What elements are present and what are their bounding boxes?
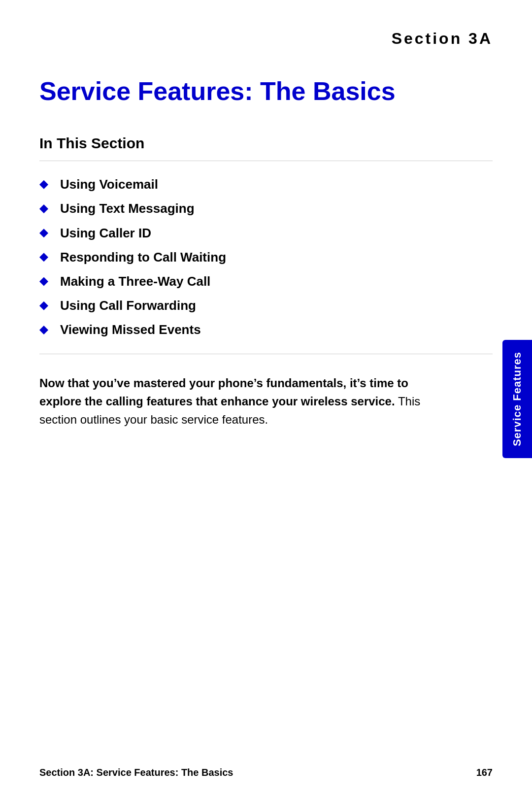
list-item: Making a Three-Way Call: [39, 274, 493, 289]
footer-left-text: Section 3A: Service Features: The Basics: [39, 767, 233, 778]
footer-page-number: 167: [476, 767, 493, 778]
footer: Section 3A: Service Features: The Basics…: [39, 767, 493, 778]
toc-item-label: Using Text Messaging: [60, 201, 195, 216]
body-text: Now that you’ve mastered your phone’s fu…: [39, 374, 453, 429]
toc-list: Using Voicemail Using Text Messaging Usi…: [39, 177, 493, 337]
side-tab: Service Features: [502, 340, 532, 458]
section-label: Section 3A: [39, 30, 493, 48]
list-item: Using Call Forwarding: [39, 298, 493, 313]
toc-item-label: Using Caller ID: [60, 226, 151, 241]
toc-item-label: Responding to Call Waiting: [60, 250, 226, 265]
top-divider: [39, 161, 493, 161]
bullet-icon: [39, 229, 48, 237]
list-item: Viewing Missed Events: [39, 322, 493, 337]
toc-item-label: Making a Three-Way Call: [60, 274, 210, 289]
list-item: Responding to Call Waiting: [39, 250, 493, 265]
page-title: Service Features: The Basics: [39, 77, 493, 105]
bullet-icon: [39, 301, 48, 310]
bullet-icon: [39, 204, 48, 213]
toc-item-label: Viewing Missed Events: [60, 322, 201, 337]
list-item: Using Voicemail: [39, 177, 493, 192]
in-this-section-heading: In This Section: [39, 135, 493, 152]
body-bold-text: Now that you’ve mastered your phone’s fu…: [39, 376, 408, 408]
page-container: Section 3A Service Features: The Basics …: [0, 0, 532, 798]
bullet-icon: [39, 326, 48, 334]
list-item: Using Caller ID: [39, 226, 493, 241]
toc-item-label: Using Call Forwarding: [60, 298, 196, 313]
bottom-divider: [39, 354, 493, 354]
bullet-icon: [39, 180, 48, 189]
toc-item-label: Using Voicemail: [60, 177, 158, 192]
bullet-icon: [39, 253, 48, 262]
list-item: Using Text Messaging: [39, 201, 493, 216]
side-tab-label: Service Features: [511, 352, 524, 446]
bullet-icon: [39, 277, 48, 286]
